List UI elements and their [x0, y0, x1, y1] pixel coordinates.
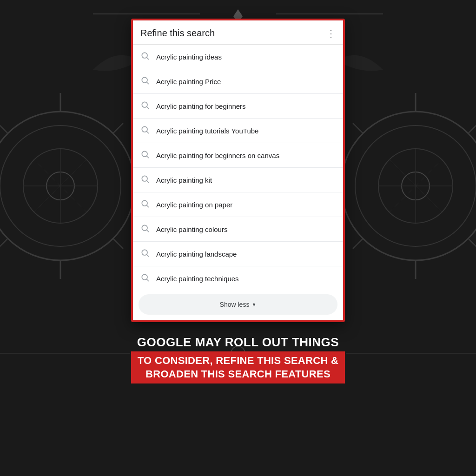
search-item-text: Acrylic painting landscape — [156, 250, 237, 258]
search-item-text: Acrylic painting on paper — [156, 201, 232, 209]
search-item-text: Acrylic painting tutorials YouTube — [156, 127, 258, 135]
search-item[interactable]: Acrylic painting for beginners — [133, 94, 343, 119]
svg-line-59 — [147, 279, 149, 281]
search-item[interactable]: Acrylic painting landscape — [133, 242, 343, 266]
bottom-text-highlight: TO CONSIDER, REFINE THIS SEARCH & BROADE… — [131, 351, 345, 383]
search-item[interactable]: Acrylic painting tutorials YouTube — [133, 119, 343, 143]
search-item-text: Acrylic painting colours — [156, 225, 227, 233]
svg-line-41 — [147, 58, 149, 60]
search-item[interactable]: Acrylic painting techniques — [133, 266, 343, 291]
bottom-text-section: GOOGLE MAY ROLL OUT THINGS TO CONSIDER, … — [131, 335, 345, 383]
search-item[interactable]: Acrylic painting kit — [133, 168, 343, 192]
search-item[interactable]: Acrylic painting for beginners on canvas — [133, 143, 343, 168]
search-item-text: Acrylic painting techniques — [156, 275, 239, 283]
card-header: Refine this search ⋮ — [133, 20, 343, 45]
search-item-text: Acrylic painting for beginners on canvas — [156, 152, 279, 159]
search-icon — [140, 76, 150, 87]
search-icon — [140, 273, 150, 284]
search-item-text: Acrylic painting kit — [156, 176, 212, 184]
search-item[interactable]: Acrylic painting ideas — [133, 45, 343, 69]
more-options-icon[interactable]: ⋮ — [326, 29, 336, 38]
search-items-list: Acrylic painting ideas Acrylic painting … — [133, 45, 343, 291]
search-item[interactable]: Acrylic painting on paper — [133, 192, 343, 217]
svg-line-47 — [147, 132, 149, 133]
svg-line-45 — [147, 107, 149, 109]
search-icon — [140, 248, 150, 259]
search-item[interactable]: Acrylic painting Price — [133, 69, 343, 94]
search-icon — [140, 125, 150, 136]
bottom-text-line3: BROADEN THIS SEARCH FEATURES — [137, 368, 339, 381]
search-icon — [140, 51, 150, 62]
show-less-label: Show less — [220, 301, 250, 308]
search-icon — [140, 224, 150, 235]
main-content: Refine this search ⋮ Acrylic painting id… — [0, 0, 476, 476]
bottom-text-line1: GOOGLE MAY ROLL OUT THINGS — [131, 335, 345, 350]
search-item-text: Acrylic painting for beginners — [156, 102, 246, 110]
svg-line-43 — [147, 82, 149, 84]
search-icon — [140, 174, 150, 185]
search-item-text: Acrylic painting ideas — [156, 53, 222, 61]
search-icon — [140, 199, 150, 210]
svg-line-53 — [147, 205, 149, 207]
search-item[interactable]: Acrylic painting colours — [133, 217, 343, 242]
svg-line-57 — [147, 255, 149, 257]
search-icon — [140, 100, 150, 112]
svg-line-51 — [147, 181, 149, 183]
svg-line-55 — [147, 230, 149, 232]
show-less-button[interactable]: Show less ∧ — [139, 294, 337, 315]
refine-search-card: Refine this search ⋮ Acrylic painting id… — [131, 19, 345, 322]
svg-line-49 — [147, 156, 149, 158]
card-title: Refine this search — [140, 28, 215, 39]
bottom-text-line2: TO CONSIDER, REFINE THIS SEARCH & — [137, 354, 339, 368]
search-icon — [140, 150, 150, 161]
show-less-chevron-icon: ∧ — [252, 301, 256, 308]
search-item-text: Acrylic painting Price — [156, 78, 221, 86]
